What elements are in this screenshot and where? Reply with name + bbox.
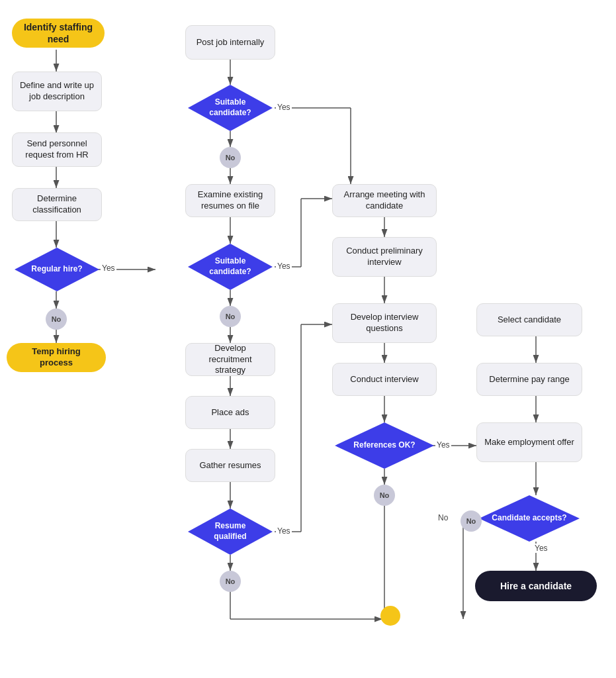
node-post-job: Post job internally [185, 25, 275, 60]
flowchart-container: Identify staffing need Yes Define and wr… [0, 0, 616, 678]
node-determine-class: Determine classification [12, 188, 102, 221]
node-examine-resumes: Examine existing resumes on file [185, 184, 275, 217]
node-no-regular: No [46, 309, 67, 330]
label-yes-regular: Yes [101, 264, 116, 273]
node-no-accepts: No [461, 510, 482, 532]
node-select-candidate: Select candidate [476, 303, 582, 336]
node-arrange-meeting: Arrange meeting with candidate [332, 184, 437, 217]
node-regular-hire: Regular hire? [15, 248, 99, 291]
node-conduct-interview: Conduct interview [332, 363, 437, 396]
node-send-personnel: Send personnel request from HR [12, 132, 102, 167]
label-yes-suitable1: Yes [276, 103, 292, 112]
node-develop-recruitment: Develop recruitment strategy [185, 343, 275, 376]
node-make-offer: Make employment offer [476, 422, 582, 462]
node-gather-resumes: Gather resumes [185, 449, 275, 482]
label-yes-accepts: Yes [533, 544, 549, 553]
node-resume-qualified: Resume qualified [188, 508, 273, 555]
label-yes-suitable2: Yes [276, 262, 292, 271]
node-define-job: Define and write up job description [12, 72, 102, 111]
node-identify-staffing: Identify staffing need [12, 19, 105, 48]
node-suitable2: Suitable candidate? [188, 244, 273, 290]
node-place-ads: Place ads [185, 396, 275, 429]
node-hire-candidate: Hire a candidate [475, 571, 597, 601]
node-determine-pay: Determine pay range [476, 363, 582, 396]
node-no-suitable1: No [220, 147, 241, 168]
node-develop-questions: Develop interview questions [332, 303, 437, 343]
node-no-refs: No [374, 485, 395, 506]
node-suitable1: Suitable candidate? [188, 85, 273, 131]
label-yes-refs: Yes [435, 440, 451, 450]
node-junction [380, 606, 400, 626]
node-references-ok: References OK? [335, 422, 434, 469]
node-no-resume: No [220, 571, 241, 592]
node-candidate-accepts: Candidate accepts? [479, 495, 580, 542]
label-no-accepts: No [437, 513, 449, 522]
node-no-suitable2: No [220, 306, 241, 327]
node-conduct-prelim: Conduct preliminary interview [332, 237, 437, 277]
node-temp-hiring: Temp hiring process [7, 343, 106, 372]
label-yes-resume: Yes [276, 526, 292, 536]
